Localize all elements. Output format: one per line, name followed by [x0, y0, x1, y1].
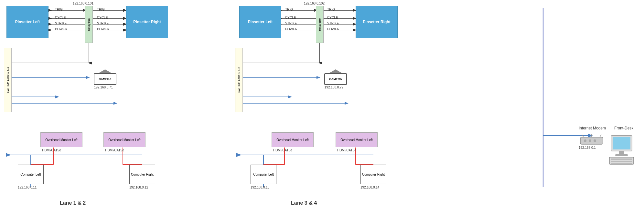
modem-icon	[579, 134, 605, 146]
pinsetter-left-lane1: Pinsetter Left	[6, 6, 48, 38]
front-desk-label: Front-Desk	[614, 126, 633, 130]
internet-modem-label: Internet Modem	[579, 126, 606, 130]
pinsetter-left-lane3: Pinsetter Left	[239, 6, 281, 38]
switch-lane3: SWITCH Lane 1 & 2	[235, 48, 243, 112]
hdmi-label1-lane1: HDMI/CAT5e	[42, 148, 61, 152]
pinsetter-right-lane3: Pinsetter Right	[356, 6, 398, 38]
svg-rect-50	[613, 137, 630, 149]
relay-box-lane1: Relay Box	[85, 6, 93, 43]
hdmi-label2-lane1: HDMI/CAT5e	[105, 148, 124, 152]
computer-right-lane1: Computer Right	[129, 165, 155, 184]
trig-label-l3-left: TRIG	[285, 8, 293, 11]
pinsetter-right-lane1: Pinsetter Right	[126, 6, 168, 38]
monitor-left1-lane3: Overhead Monitor Left	[272, 132, 314, 147]
computer-left-ip-lane1: 192.168.0.11	[18, 186, 37, 189]
cycle-label-l1-right: CYCLE	[97, 16, 108, 19]
svg-line-48	[600, 135, 601, 137]
cycle-label-l1-left: CYCLE	[55, 16, 66, 19]
power-label-l3-right: POWER	[327, 27, 339, 31]
camera-lane3: CAMERA 192.168.0.72	[324, 69, 347, 88]
power-label-l3-left: POWER	[285, 27, 297, 31]
computer-right-lane3: Computer Right	[360, 165, 386, 184]
svg-point-44	[589, 139, 591, 142]
hdmi-label1-lane3: HDMI/CAT5e	[273, 148, 292, 152]
relay-box-lane3: Relay Box	[316, 6, 324, 43]
svg-rect-54	[611, 158, 632, 160]
computer-right-ip-lane1: 192.168.0.12	[129, 186, 148, 189]
power-label-l1-left: POWER	[55, 27, 67, 31]
switch-lane1: SWITCH Lane 1 & 2	[4, 48, 12, 112]
lane1-title: Lane 1 & 2	[60, 200, 86, 206]
computer-left-lane1: Computer Left	[18, 165, 44, 184]
svg-rect-42	[580, 137, 603, 144]
svg-rect-51	[619, 151, 624, 154]
cycle-label-l3-right: CYCLE	[327, 16, 338, 19]
computer-left-ip-lane3: 192.168.0.13	[251, 186, 269, 189]
strike-label-l1-right: STRIKE	[97, 22, 109, 25]
power-label-l1-right: POWER	[97, 27, 109, 31]
strike-label-l1-left: STRIKE	[55, 22, 67, 25]
strike-label-l3-left: STRIKE	[285, 22, 297, 25]
cycle-label-l3-left: CYCLE	[285, 16, 296, 19]
relay-ip-lane3: 192.168.0.102	[304, 2, 325, 5]
relay-ip-lane1: 192.168.0.101	[73, 2, 93, 5]
computer-right-ip-lane3: 192.168.0.14	[360, 186, 379, 189]
svg-rect-56	[611, 163, 632, 164]
computer-left-lane3: Computer Left	[251, 165, 276, 184]
monitor-left2-lane3: Overhead Monitor Left	[336, 132, 378, 147]
monitor-left1-lane1: Overhead Monitor Left	[40, 132, 82, 147]
trig-label-l1-left: TRIG	[55, 8, 63, 11]
diagram-container: 192.168.0.101 Pinsetter Left Pinsetter R…	[0, 0, 644, 214]
svg-rect-52	[615, 154, 628, 156]
svg-point-43	[584, 139, 586, 142]
monitor-left2-lane1: Overhead Monitor Left	[103, 132, 145, 147]
front-desk-icon	[606, 134, 639, 167]
svg-point-45	[594, 139, 596, 142]
lane3-title: Lane 3 & 4	[291, 200, 317, 206]
strike-label-l3-right: STRIKE	[327, 22, 339, 25]
hdmi-label2-lane3: HDMI/CAT5e	[337, 148, 356, 152]
svg-rect-55	[611, 161, 632, 162]
trig-label-l3-right: TRIG	[327, 8, 335, 11]
trig-label-l1-right: TRIG	[97, 8, 105, 11]
camera-lane1: CAMERA 192.168.0.71	[94, 69, 116, 88]
svg-line-46	[582, 135, 584, 137]
modem-ip: 192.168.0.1	[579, 146, 596, 149]
